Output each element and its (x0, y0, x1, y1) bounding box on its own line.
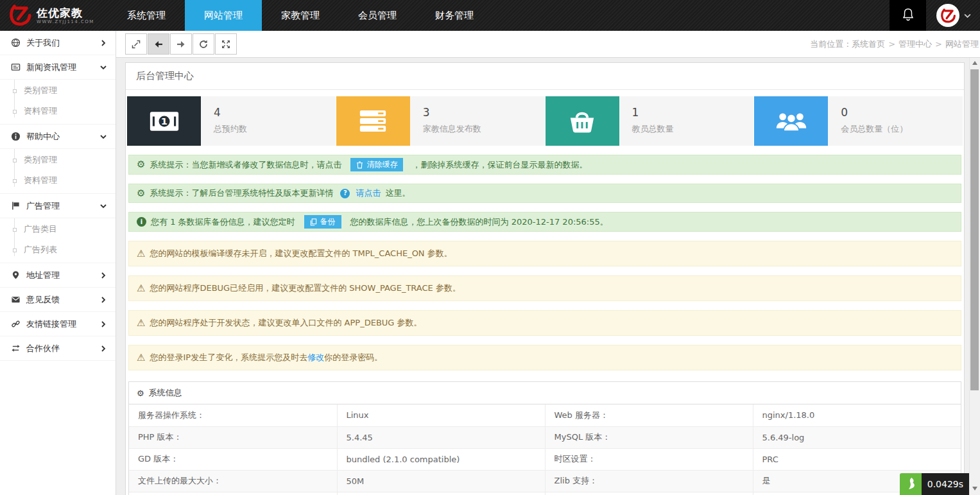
collapse-sidebar-button[interactable] (125, 33, 147, 55)
fullscreen-button[interactable] (215, 33, 237, 55)
clear-cache-button[interactable]: 清除缓存 (350, 158, 403, 171)
alert-text: ，删除掉系统缓存，保证前台显示最新的数据。 (412, 159, 587, 171)
trace-badge: 0.0429s (900, 473, 969, 495)
info-label: 时区设置： (545, 448, 753, 470)
alert-text: 您的网站程序处于开发状态，建议更改单入口文件的 APP_DEBUG 参数。 (150, 317, 422, 329)
alert-text: 您的数据库信息，您上次备份数据的时间为 2020-12-17 20:56:55。 (350, 216, 608, 229)
system-info-header: ⚙ 系统信息 (129, 382, 961, 404)
alert-text: 您的网站的模板编译缓存未开启，建议更改配置文件的 TMPL_CACHE_ON 参… (150, 247, 452, 260)
basket-icon (546, 96, 619, 146)
user-menu-caret-icon[interactable] (964, 12, 971, 19)
scrollbar-thumb[interactable] (970, 69, 979, 390)
breadcrumb-home[interactable]: 系统首页 (852, 39, 885, 49)
tab-finance-manage[interactable]: 财务管理 (416, 0, 493, 31)
scrollbar-up-arrow-icon[interactable] (972, 61, 977, 65)
info-value: bundled (2.1.0 compatible) (337, 448, 545, 470)
stat-card-teachers[interactable]: 1 教员总数量 (546, 96, 754, 146)
app-logo[interactable]: 佐优家教 WWW.ZYJJ114.COM (0, 0, 108, 31)
alert-tmpl-cache: ⚠ 您的网站的模板编译缓存未开启，建议更改配置文件的 TMPL_CACHE_ON… (128, 241, 961, 266)
alert-ip-changed: ⚠ 您的登录IP发生了变化，系统提示您及时去修改你的登录密码。 (128, 345, 961, 370)
money-icon: 1 (127, 96, 201, 146)
gear-icon: ⚙ (137, 389, 144, 397)
globe-icon (10, 38, 21, 48)
breadcrumb: 当前位置：系统首页>管理中心>网站管理 (810, 39, 979, 50)
chevron-right-icon (99, 296, 107, 304)
link-icon (10, 319, 21, 329)
expand-arrows-icon (221, 39, 231, 49)
sidebar-item-label: 合作伙伴 (26, 343, 99, 354)
tab-system-manage[interactable]: 系统管理 (108, 0, 185, 31)
alert-text: 系统提示：了解后台管理系统特性及版本更新详情 (150, 187, 333, 200)
version-details-link[interactable]: 请点击 (356, 187, 381, 200)
tab-tutor-manage[interactable]: 家教管理 (262, 0, 339, 31)
notifications-button[interactable] (890, 0, 926, 31)
breadcrumb-admin-center[interactable]: 管理中心 (898, 39, 932, 49)
arrow-left-icon (153, 39, 164, 49)
exchange-icon (10, 343, 21, 353)
tab-website-manage[interactable]: 网站管理 (185, 0, 262, 31)
stat-label: 教员总数量 (632, 123, 674, 135)
logo-title: 佐优家教 (37, 7, 94, 19)
user-avatar[interactable] (936, 4, 959, 27)
top-navbar: 佐优家教 WWW.ZYJJ114.COM 系统管理 网站管理 家教管理 会员管理… (0, 0, 980, 31)
stat-card-tutor-posts[interactable]: 3 家教信息发布数 (336, 96, 545, 146)
chevron-right-icon (99, 39, 107, 47)
alert-text: 你的登录密码。 (324, 352, 383, 362)
sidebar-item-label: 新闻资讯管理 (26, 62, 99, 73)
system-info-panel: ⚙ 系统信息 服务器操作系统： Linux Web 服务器： nginx/1.1… (128, 381, 961, 495)
sidebar-subitem-ad-list[interactable]: 广告列表 (0, 239, 116, 260)
stat-label: 家教信息发布数 (423, 123, 481, 135)
warning-triangle-icon: ⚠ (137, 249, 145, 259)
sidebar-subitem-news-category[interactable]: 类别管理 (0, 80, 116, 101)
stat-card-members[interactable]: 0 会员总数量（位） (754, 96, 963, 146)
info-label: MySQL 版本： (545, 426, 753, 448)
bell-icon (902, 8, 915, 24)
newspaper-icon (10, 62, 21, 72)
backup-button[interactable]: 备份 (304, 215, 341, 229)
sidebar-subitem-news-data[interactable]: 资料管理 (0, 101, 116, 121)
tab-member-manage[interactable]: 会员管理 (339, 0, 416, 31)
map-marker-icon (10, 270, 21, 280)
info-label: Zlib 支持： (545, 470, 753, 492)
trash-icon (356, 161, 363, 169)
info-value: 5.4.45 (337, 426, 545, 448)
stat-card-appointments[interactable]: 1 4 总预约数 (127, 96, 336, 146)
change-password-link[interactable]: 修改 (307, 352, 324, 362)
info-value: PRC (753, 448, 961, 470)
info-circle-icon (10, 132, 21, 141)
warning-triangle-icon: ⚠ (137, 284, 145, 293)
sidebar-subitem-help-category[interactable]: 类别管理 (0, 150, 116, 170)
info-value: nginx/1.18.0 (753, 404, 961, 426)
stat-label: 会员总数量（位） (841, 123, 907, 135)
chevron-down-icon (99, 133, 107, 141)
logo-subtitle: WWW.ZYJJ114.COM (37, 19, 94, 24)
question-circle-icon: ? (340, 189, 350, 198)
alert-dev-mode: ⚠ 您的网站程序处于开发状态，建议更改单入口文件的 APP_DEBUG 参数。 (128, 310, 961, 336)
vertical-scrollbar[interactable] (969, 58, 980, 495)
info-label: 编码： (545, 492, 753, 495)
envelope-icon (10, 295, 21, 304)
chevron-right-icon (99, 272, 107, 279)
sidebar-subitem-ad-category[interactable]: 广告类目 (0, 219, 116, 239)
alert-clear-cache: ⚙ 系统提示：当您新增或者修改了数据信息时，请点击 清除缓存 ，删除掉系统缓存，… (128, 155, 961, 175)
sidebar-item-friend-links: 友情链接管理 (0, 312, 116, 336)
info-label: Web 服务器： (545, 404, 753, 426)
warning-triangle-icon: ⚠ (137, 353, 145, 363)
sidebar-subitem-help-data[interactable]: 资料管理 (0, 170, 116, 191)
system-info-title: 系统信息 (149, 387, 182, 399)
refresh-button[interactable] (193, 33, 214, 55)
tab-toolbar: 当前位置：系统首页>管理中心>网站管理 (116, 31, 980, 58)
thinkphp-flame-icon[interactable] (900, 473, 922, 495)
table-row: PHP 版本： 5.4.45 MySQL 版本： 5.6.49-log (129, 426, 961, 448)
sidebar-item-label: 友情链接管理 (26, 318, 99, 330)
back-button[interactable] (148, 33, 169, 55)
sidebar-item-label: 地址管理 (26, 270, 99, 281)
forward-button[interactable] (170, 33, 192, 55)
scrollbar-down-arrow-icon[interactable] (972, 487, 977, 491)
flag-icon (10, 201, 21, 211)
info-label: 服务器操作系统： (129, 404, 337, 426)
alert-debug-enabled: ⚠ 您的网站程序DEBUG已经启用，建议更改配置文件的 SHOW_PAGE_TR… (128, 275, 961, 301)
info-label: GD 版本： (129, 448, 337, 470)
stat-value: 3 (423, 106, 481, 119)
stat-value: 4 (214, 106, 247, 119)
